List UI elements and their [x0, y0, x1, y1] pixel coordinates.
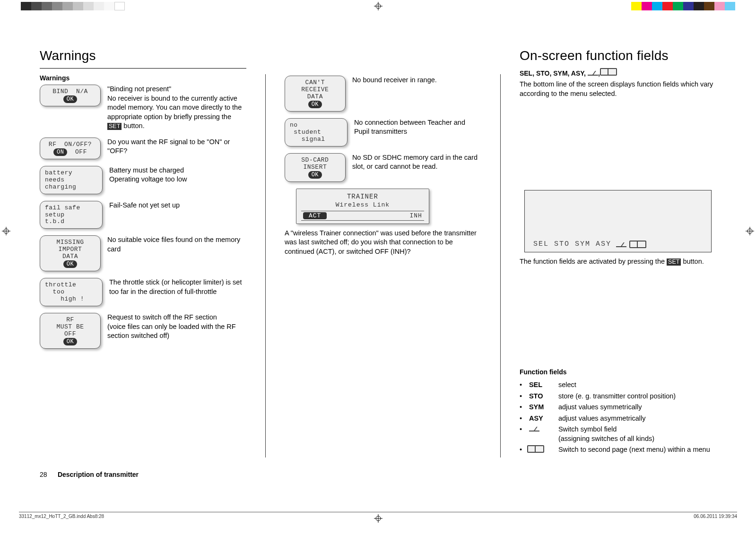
ok-pill: OK: [308, 171, 322, 179]
warning-desc: Request to switch off the RF section(voi…: [107, 313, 246, 341]
function-field-item: •Switch symbol field(assigning switches …: [520, 425, 716, 443]
next-page-icon: [631, 241, 646, 248]
function-field-item: •SELselect: [520, 380, 716, 390]
column-3: On-screen function fields SEL, STO, SYM,…: [520, 48, 716, 457]
rule: [40, 68, 246, 69]
trainer-title: TRAINER: [301, 193, 424, 200]
page-number: 28: [40, 471, 52, 478]
field-label: [529, 445, 554, 456]
set-badge: SET: [107, 123, 122, 130]
screen-fields-line: SEL STO SYM ASY: [533, 240, 646, 248]
field-desc: Switch symbol field(assigning switches o…: [558, 425, 716, 443]
warning-row: BIND N/AOK"Binding not present"No receiv…: [40, 85, 246, 131]
registration-mark-icon: [746, 227, 754, 235]
section-title: Description of transmitter: [58, 471, 139, 478]
screen-illustration: SEL STO SYM ASY: [524, 190, 712, 252]
field-label: SEL: [529, 380, 554, 390]
after-screen-text: The function fields are activated by pre…: [520, 257, 716, 363]
message-box: no student signal: [285, 118, 348, 147]
field-label: [529, 425, 554, 434]
warning-row: CAN'TRECEIVEDATAOKNo bound receiver in r…: [285, 76, 481, 112]
warning-row: throttle too high !The throttle stick (o…: [40, 278, 246, 306]
column-separator: [265, 74, 266, 457]
warning-desc: No suitable voice files found on the mem…: [107, 235, 246, 254]
function-field-item: •SYMadjust values symmetrically: [520, 403, 716, 412]
function-field-item: •ASYadjust values asymmetrically: [520, 414, 716, 423]
message-box: RF ON/OFF?ON OFF: [40, 138, 101, 159]
field-label: STO: [529, 392, 554, 401]
message-box: throttle too high !: [40, 278, 103, 306]
trainer-inh: INH: [409, 212, 422, 219]
warning-row: RF ON/OFF?ON OFFDo you want the RF signa…: [40, 138, 246, 159]
trainer-act: ACT: [303, 212, 327, 219]
on-pill: ON: [53, 148, 67, 156]
ok-pill: OK: [63, 260, 77, 268]
warning-row: SD-CARDINSERTOKNo SD or SDHC memory card…: [285, 153, 481, 182]
page-footer: 28 Description of transmitter: [40, 471, 139, 478]
switch-symbol-icon: [616, 242, 626, 247]
print-file: 33112_mx12_HoTT_2_GB.indd Abs8:28: [19, 514, 104, 519]
field-label: SYM: [529, 403, 554, 412]
warning-desc: The throttle stick (or helicopter limite…: [109, 278, 246, 296]
warning-desc: Do you want the RF signal to be "ON" or …: [107, 138, 246, 156]
message-box: BIND N/AOK: [40, 85, 101, 106]
warning-row: RFMUST BEOFFOKRequest to switch off the …: [40, 313, 246, 349]
ok-pill: OK: [63, 95, 77, 103]
registration-mark-icon: [2, 227, 10, 235]
field-desc: Switch to second page (next menu) within…: [558, 445, 716, 455]
field-desc: select: [558, 380, 716, 390]
heading-onscreen: On-screen function fields: [520, 48, 716, 63]
warning-desc: No bound receiver in range.: [352, 76, 481, 85]
message-box: batteryneedscharging: [40, 166, 103, 194]
field-desc: store (e. g. transmitter control positio…: [558, 392, 716, 401]
trainer-box: TRAINER Wireless Link ACT INH: [296, 189, 429, 224]
warning-desc: Battery must be chargedOperating voltage…: [109, 166, 246, 184]
column-separator: [500, 74, 501, 457]
heading-warnings: Warnings: [40, 48, 246, 63]
message-box: fail safesetupt.b.d: [40, 201, 103, 229]
subheading-warnings: Warnings: [40, 74, 246, 82]
switch-symbol-icon: [529, 426, 539, 431]
registration-mark-icon: [374, 2, 382, 10]
message-box: MISSINGIMPORTDATAOK: [40, 235, 101, 271]
function-fields-list: •SELselect•STOstore (e. g. transmitter c…: [520, 380, 716, 457]
trainer-sub: Wireless Link: [301, 201, 424, 208]
warning-row: fail safesetupt.b.dFail-Safe not yet set…: [40, 201, 246, 229]
warning-row: no student signalNo connection between T…: [285, 118, 481, 147]
warning-desc: No SD or SDHC memory card in the card sl…: [352, 153, 481, 172]
trainer-desc: A "wireless Trainer connection" was used…: [285, 229, 481, 458]
page: Warnings Warnings BIND N/AOK"Binding not…: [0, 0, 756, 552]
message-box: SD-CARDINSERTOK: [285, 153, 346, 182]
switch-symbol-icon: [588, 70, 598, 76]
function-fields-title: Function fields: [520, 368, 716, 376]
field-desc: adjust values symmetrically: [558, 403, 716, 412]
warning-desc: No connection between Teacher and Pupil …: [354, 118, 481, 137]
print-date: 06.06.2011 19:39:34: [694, 514, 737, 519]
next-page-icon: [602, 68, 617, 76]
content: Warnings Warnings BIND N/AOK"Binding not…: [40, 48, 716, 457]
column-1: Warnings Warnings BIND N/AOK"Binding not…: [40, 48, 246, 457]
function-field-item: •STOstore (e. g. transmitter control pos…: [520, 392, 716, 401]
warning-row: batteryneedschargingBattery must be char…: [40, 166, 246, 194]
column-2: CAN'TRECEIVEDATAOKNo bound receiver in r…: [285, 48, 481, 457]
next-page-icon: [529, 445, 544, 453]
warning-desc: Fail-Safe not yet set up: [109, 201, 246, 210]
field-desc: adjust values asymmetrically: [558, 414, 716, 423]
function-field-item: •Switch to second page (next menu) withi…: [520, 445, 716, 456]
fields-bold-line: SEL, STO, SYM, ASY, ,: [520, 68, 716, 77]
warning-row: MISSINGIMPORTDATAOKNo suitable voice fil…: [40, 235, 246, 271]
ok-pill: OK: [63, 338, 77, 345]
set-badge: SET: [667, 259, 681, 266]
message-box: CAN'TRECEIVEDATAOK: [285, 76, 346, 112]
message-box: RFMUST BEOFFOK: [40, 313, 101, 349]
warning-desc: "Binding not present"No receiver is boun…: [107, 85, 246, 131]
field-label: ASY: [529, 414, 554, 423]
ok-pill: OK: [308, 101, 322, 108]
print-info-line: 33112_mx12_HoTT_2_GB.indd Abs8:28 06.06.…: [19, 512, 737, 519]
intro-text: The bottom line of the screen displays f…: [520, 80, 716, 186]
